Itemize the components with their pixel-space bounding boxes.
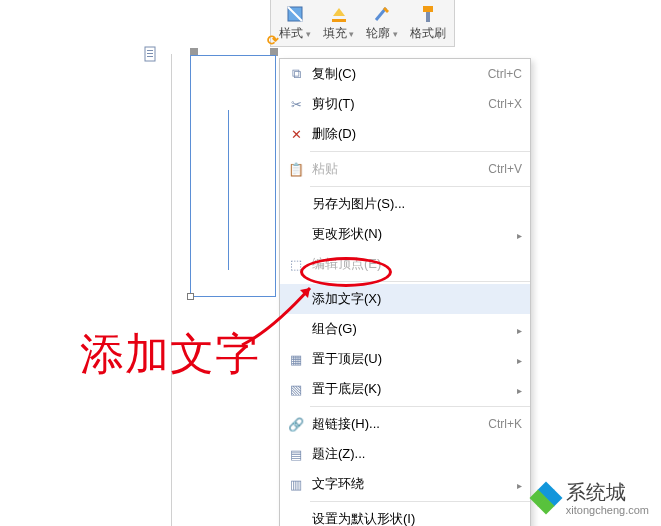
menu-save-as-picture-label: 另存为图片(S)... [308,195,522,213]
svg-rect-6 [147,53,153,54]
menu-copy-shortcut: Ctrl+C [488,67,522,81]
menu-paste: 📋 粘贴 Ctrl+V [280,154,530,184]
menu-bring-to-front-label: 置于顶层(U) [308,350,511,368]
menu-caption-label: 题注(Z)... [308,445,522,463]
rotate-handle-icon[interactable]: ⟳ [267,32,279,48]
format-painter-button[interactable]: 格式刷 [404,2,452,44]
menu-group[interactable]: 组合(G) [280,314,530,344]
menu-separator [310,151,530,152]
menu-cut[interactable]: ✂ 剪切(T) Ctrl+X [280,89,530,119]
menu-edit-points: ⬚ 编辑顶点(E) [280,249,530,279]
menu-delete[interactable]: ✕ 删除(D) [280,119,530,149]
style-icon [285,4,305,24]
fill-icon [329,4,349,24]
watermark-title: 系统城 [566,479,649,506]
menu-paste-shortcut: Ctrl+V [488,162,522,176]
submenu-arrow-icon [511,477,522,492]
text-wrap-icon: ▥ [284,477,308,492]
delete-icon: ✕ [284,127,308,142]
menu-text-wrapping-label: 文字环绕 [308,475,511,493]
menu-cut-label: 剪切(T) [308,95,488,113]
fill-dropdown[interactable]: 填充 [317,2,361,44]
bring-front-icon: ▦ [284,352,308,367]
menu-add-text-label: 添加文字(X) [308,290,522,308]
scissors-icon: ✂ [284,97,308,112]
outline-icon [372,4,392,24]
submenu-arrow-icon [511,382,522,397]
submenu-arrow-icon [511,352,522,367]
svg-rect-2 [423,6,433,12]
selected-shape-bracket[interactable] [190,55,276,297]
fill-label: 填充 [323,25,355,42]
menu-text-wrapping[interactable]: ▥ 文字环绕 [280,469,530,499]
caption-icon: ▤ [284,447,308,462]
menu-hyperlink-label: 超链接(H)... [308,415,488,433]
document-icon [143,46,159,62]
edit-points-icon: ⬚ [284,257,308,272]
menu-change-shape-label: 更改形状(N) [308,225,511,243]
menu-set-default-shape-label: 设置为默认形状(I) [308,510,522,526]
outline-dropdown[interactable]: 轮廓 [360,2,404,44]
menu-hyperlink-shortcut: Ctrl+K [488,417,522,431]
menu-send-to-back-label: 置于底层(K) [308,380,511,398]
menu-copy-label: 复制(C) [308,65,488,83]
menu-send-to-back[interactable]: ▧ 置于底层(K) [280,374,530,404]
watermark-url: xitongcheng.com [566,504,649,516]
outline-label: 轮廓 [366,25,398,42]
menu-caption[interactable]: ▤ 题注(Z)... [280,439,530,469]
submenu-arrow-icon [511,322,522,337]
watermark: 系统城 xitongcheng.com [532,479,649,516]
send-back-icon: ▧ [284,382,308,397]
menu-paste-label: 粘贴 [308,160,488,178]
paste-icon: 📋 [284,162,308,177]
menu-separator [310,501,530,502]
menu-edit-points-label: 编辑顶点(E) [308,255,522,273]
format-painter-icon [418,4,438,24]
menu-cut-shortcut: Ctrl+X [488,97,522,111]
menu-add-text[interactable]: 添加文字(X) [280,284,530,314]
menu-change-shape[interactable]: 更改形状(N) [280,219,530,249]
svg-rect-5 [147,50,153,51]
shape-context-menu: ⧉ 复制(C) Ctrl+C ✂ 剪切(T) Ctrl+X ✕ 删除(D) 📋 … [279,58,531,526]
hyperlink-icon: 🔗 [284,417,308,432]
shape-toolbar: 样式 填充 轮廓 格式刷 [270,0,455,47]
style-dropdown[interactable]: 样式 [273,2,317,44]
page-margin-line [171,54,172,526]
style-label: 样式 [279,25,311,42]
submenu-arrow-icon [511,227,522,242]
menu-separator [310,281,530,282]
svg-rect-1 [332,19,346,22]
menu-separator [310,186,530,187]
menu-bring-to-front[interactable]: ▦ 置于顶层(U) [280,344,530,374]
copy-icon: ⧉ [284,66,308,82]
selection-handle-left[interactable] [187,293,194,300]
watermark-logo-icon [532,484,560,512]
annotation-label: 添加文字 [80,325,260,384]
shape-stem-line [228,110,229,270]
svg-rect-7 [147,56,153,57]
svg-rect-3 [426,12,430,22]
menu-set-default-shape[interactable]: 设置为默认形状(I) [280,504,530,526]
menu-group-label: 组合(G) [308,320,511,338]
menu-hyperlink[interactable]: 🔗 超链接(H)... Ctrl+K [280,409,530,439]
menu-separator [310,406,530,407]
menu-save-as-picture[interactable]: 另存为图片(S)... [280,189,530,219]
menu-delete-label: 删除(D) [308,125,522,143]
format-painter-label: 格式刷 [410,25,446,42]
menu-copy[interactable]: ⧉ 复制(C) Ctrl+C [280,59,530,89]
